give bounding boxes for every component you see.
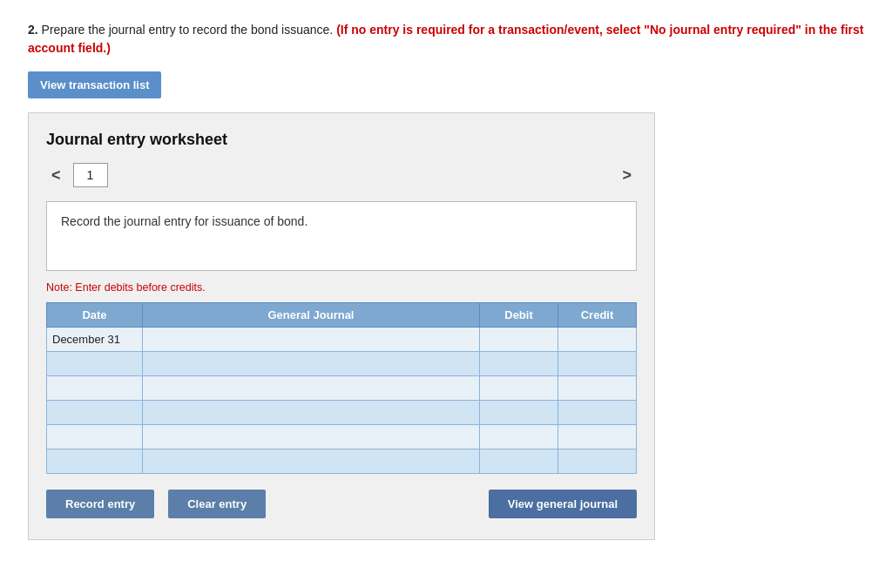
debit-cell[interactable] xyxy=(480,376,558,401)
general-journal-cell[interactable] xyxy=(143,401,480,425)
general-journal-input[interactable] xyxy=(143,449,479,473)
debit-cell[interactable] xyxy=(480,328,558,352)
credit-cell[interactable] xyxy=(558,352,637,376)
date-cell xyxy=(47,352,143,376)
credit-input[interactable] xyxy=(558,376,636,400)
credit-cell[interactable] xyxy=(558,328,637,352)
table-row xyxy=(47,401,637,425)
col-header-general: General Journal xyxy=(143,303,480,328)
credit-input[interactable] xyxy=(558,425,636,449)
col-header-debit: Debit xyxy=(480,303,558,328)
general-journal-cell[interactable] xyxy=(143,328,480,352)
credit-cell[interactable] xyxy=(558,425,637,449)
debit-cell[interactable] xyxy=(480,449,558,474)
table-row xyxy=(47,425,637,449)
next-page-button[interactable]: > xyxy=(617,165,637,186)
note-text: Note: Enter debits before credits. xyxy=(46,281,637,294)
debit-cell[interactable] xyxy=(480,352,558,376)
journal-table: Date General Journal Debit Credit Decemb… xyxy=(46,302,637,474)
credit-input[interactable] xyxy=(558,401,636,424)
debit-cell[interactable] xyxy=(480,425,558,449)
debit-input[interactable] xyxy=(480,425,558,449)
credit-input[interactable] xyxy=(558,352,636,375)
col-header-date: Date xyxy=(47,303,143,328)
page-number-box: 1 xyxy=(73,163,108,187)
table-row xyxy=(47,376,637,401)
record-entry-button[interactable]: Record entry xyxy=(46,490,154,518)
date-cell: December 31 xyxy=(47,328,143,352)
col-header-credit: Credit xyxy=(558,303,637,328)
prev-page-button[interactable]: < xyxy=(46,165,66,186)
credit-cell[interactable] xyxy=(558,376,637,401)
view-transaction-button[interactable]: View transaction list xyxy=(28,71,161,98)
view-general-journal-button[interactable]: View general journal xyxy=(489,490,637,518)
question-text: 2. Prepare the journal entry to record t… xyxy=(28,21,864,57)
question-body: Prepare the journal entry to record the … xyxy=(42,23,337,37)
general-journal-input[interactable] xyxy=(143,425,479,449)
general-journal-cell[interactable] xyxy=(143,449,480,474)
date-cell xyxy=(47,449,143,474)
general-journal-input[interactable] xyxy=(143,376,479,400)
general-journal-cell[interactable] xyxy=(143,376,480,401)
general-journal-cell[interactable] xyxy=(143,352,480,376)
general-journal-input[interactable] xyxy=(143,401,479,424)
general-journal-cell[interactable] xyxy=(143,425,480,449)
date-cell xyxy=(47,425,143,449)
table-row xyxy=(47,352,637,376)
credit-input[interactable] xyxy=(558,328,636,351)
debit-input[interactable] xyxy=(480,376,558,400)
description-text: Record the journal entry for issuance of… xyxy=(61,214,307,228)
credit-input[interactable] xyxy=(558,449,636,473)
table-row xyxy=(47,449,637,474)
table-row: December 31 xyxy=(47,328,637,352)
clear-entry-button[interactable]: Clear entry xyxy=(168,490,266,518)
date-cell xyxy=(47,376,143,401)
date-cell xyxy=(47,401,143,425)
buttons-row: Record entry Clear entry View general jo… xyxy=(46,490,637,518)
debit-input[interactable] xyxy=(480,449,558,473)
debit-cell[interactable] xyxy=(480,401,558,425)
worksheet-container: Journal entry worksheet < 1 > Record the… xyxy=(28,112,655,540)
general-journal-input[interactable] xyxy=(143,352,479,375)
general-journal-input[interactable] xyxy=(143,328,479,351)
description-box: Record the journal entry for issuance of… xyxy=(46,201,637,271)
debit-input[interactable] xyxy=(480,352,558,375)
question-number: 2. xyxy=(28,23,38,37)
debit-input[interactable] xyxy=(480,328,558,351)
worksheet-title: Journal entry worksheet xyxy=(46,131,637,149)
credit-cell[interactable] xyxy=(558,401,637,425)
credit-cell[interactable] xyxy=(558,449,637,474)
nav-row: < 1 > xyxy=(46,163,637,187)
debit-input[interactable] xyxy=(480,401,558,424)
